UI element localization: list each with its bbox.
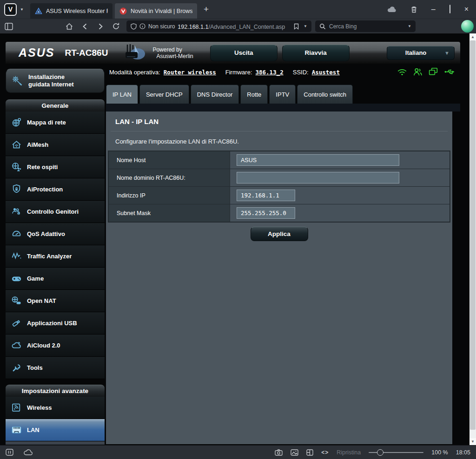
sidebar-item-aicloud[interactable]: AiCloud 2.0 <box>6 334 105 357</box>
statusbar-panel-icon[interactable] <box>6 449 13 456</box>
router-admin-page: ASUS RT-AC86U Powered by Asuswrt-Merlin … <box>0 33 469 445</box>
tab-dns-director[interactable]: DNS Director <box>191 85 239 104</box>
address-bar[interactable]: Non sicuro 192.168.1.1/Advanced_LAN_Cont… <box>126 20 311 32</box>
vivaldi-menu-button[interactable]: V <box>4 3 17 16</box>
vivaldi-menu-caret-icon[interactable]: ▼ <box>20 7 24 12</box>
sidebar-item-lan[interactable]: LAN <box>6 419 105 441</box>
forward-icon[interactable] <box>97 23 104 30</box>
language-dropdown[interactable]: Italiano ▼ <box>387 46 455 60</box>
minimize-button[interactable]: – <box>431 5 436 13</box>
browser-tab-vivaldi[interactable]: Novità in Vivaldi | Browser V <box>115 3 197 19</box>
scrollbar-thumb[interactable] <box>470 40 476 430</box>
reload-icon[interactable] <box>112 22 120 30</box>
tab-iptv[interactable]: IPTV <box>269 85 296 104</box>
usb-status-icon[interactable] <box>443 67 456 76</box>
logout-button[interactable]: Uscita <box>210 45 278 61</box>
browser-navbar: Non sicuro 192.168.1.1/Advanced_LAN_Cont… <box>0 19 476 33</box>
maximize-button[interactable] <box>450 5 450 13</box>
back-icon[interactable] <box>81 23 89 30</box>
panel-toggle-icon[interactable] <box>5 23 13 30</box>
sidebar-item-adaptive-qos[interactable]: QoS Adattivo <box>6 223 105 245</box>
home-icon[interactable] <box>65 22 73 31</box>
ssid-label: SSID: <box>293 69 309 76</box>
trash-icon[interactable] <box>410 6 417 13</box>
reboot-button[interactable]: Riavvia <box>282 45 350 61</box>
tab-controllo-switch[interactable]: Controllo switch <box>297 85 353 104</box>
lan-settings-table: Nome Host Nome dominio RT-AC86U: Indiriz… <box>108 151 450 223</box>
apply-button[interactable]: Applica <box>251 227 308 241</box>
title-divider <box>111 131 448 131</box>
hostname-input[interactable] <box>237 154 399 166</box>
info-icon[interactable] <box>139 23 145 29</box>
tab-server-dhcp[interactable]: Server DHCP <box>139 85 189 104</box>
network-map-icon <box>6 117 27 128</box>
mode-value-link[interactable]: Router wireless <box>164 69 216 76</box>
sidebar-item-aimesh[interactable]: AiMesh <box>6 134 105 156</box>
tab-rotte[interactable]: Rotte <box>240 85 268 104</box>
ssid-value-link[interactable]: Asustest <box>312 69 340 76</box>
sidebar-item-tools[interactable]: Tools <box>6 357 105 379</box>
sidebar-item-guest-network[interactable]: Rete ospiti <box>6 156 105 178</box>
tab-ip-lan[interactable]: IP LAN <box>106 85 138 104</box>
wifi-status-icon[interactable] <box>397 67 408 76</box>
sidebar-item-wireless[interactable]: Wireless <box>6 397 105 419</box>
sidebar-item-network-map[interactable]: Mappa di rete <box>6 111 105 134</box>
sidebar-item-aiprotection[interactable]: AiProtection <box>6 178 105 201</box>
shield-icon[interactable] <box>131 23 137 30</box>
sync-cloud-icon[interactable] <box>387 6 397 13</box>
scroll-down-arrow-icon[interactable]: ▼ <box>469 438 476 445</box>
clients-status-icon[interactable] <box>412 67 423 76</box>
traffic-analyzer-icon <box>6 250 27 262</box>
asus-favicon <box>35 7 42 15</box>
domain-name-input[interactable] <box>237 172 399 184</box>
tools-icon <box>6 362 27 374</box>
sidebar-item-game[interactable]: Game <box>6 268 105 290</box>
sidebar-item-open-nat[interactable]: Open NAT <box>6 290 105 312</box>
close-button[interactable]: × <box>464 5 469 13</box>
sidebar-clipped-item <box>6 441 105 445</box>
url-caret-icon[interactable]: ▼ <box>304 24 307 28</box>
router-infobar: Modalità operativa: Router wireless Firm… <box>109 69 340 76</box>
router-status-icons <box>397 67 456 76</box>
zoom-slider-knob[interactable] <box>377 449 383 456</box>
parental-controls-icon <box>6 206 27 217</box>
vivaldi-favicon <box>119 7 127 15</box>
search-field[interactable]: Cerca Bing ▼ <box>315 20 416 32</box>
capture-page-icon[interactable] <box>275 449 283 456</box>
tab-tiling-icon[interactable] <box>306 449 313 456</box>
browser-tab-asus[interactable]: ASUS Wireless Router RT-A <box>30 3 112 19</box>
statusbar-cloud-icon[interactable] <box>24 449 33 455</box>
new-tab-button[interactable]: + <box>204 4 209 14</box>
zoom-slider[interactable] <box>369 449 423 456</box>
firmware-label: Firmware: <box>225 69 252 76</box>
aiprotection-icon <box>6 184 27 195</box>
not-secure-label: Non sicuro <box>148 23 175 30</box>
sidebar-item-usb-applications[interactable]: Applicazioni USB <box>6 312 105 334</box>
quick-setup-label: Installazione guidata Internet <box>28 73 74 88</box>
language-caret-icon: ▼ <box>444 50 450 56</box>
ip-address-input[interactable] <box>237 190 295 201</box>
sidebar-item-parental-controls[interactable]: Controllo Genitori <box>6 201 105 223</box>
page-actions-image-icon[interactable] <box>291 449 298 456</box>
tab-band <box>106 104 460 111</box>
general-section-header: Generale <box>6 99 105 111</box>
aimesh-icon <box>6 139 27 151</box>
sidebar-item-traffic-analyzer[interactable]: Traffic Analyzer <box>6 245 105 268</box>
quick-setup-button[interactable]: Installazione guidata Internet <box>6 69 105 93</box>
hostname-label: Nome Host <box>109 151 230 169</box>
bookmark-icon[interactable] <box>294 23 299 30</box>
firmware-value-link[interactable]: 386.13_2 <box>256 69 284 76</box>
scroll-up-arrow-icon[interactable]: ▲ <box>469 33 476 40</box>
search-caret-icon[interactable]: ▼ <box>408 24 411 28</box>
zoom-reset-label[interactable]: Ripristina <box>337 449 361 456</box>
page-source-icon[interactable]: <> <box>321 449 329 456</box>
advanced-section-header: Impostazioni avanzate <box>6 385 105 397</box>
router-tab-bar: IP LAN Server DHCP DNS Director Rotte IP… <box>106 85 353 104</box>
vertical-scrollbar[interactable]: ▲ ▼ <box>469 33 476 445</box>
network-devices-icon[interactable] <box>428 67 439 76</box>
page-title: LAN - IP LAN <box>115 118 159 125</box>
profile-avatar[interactable] <box>461 20 474 33</box>
domain-name-label: Nome dominio RT-AC86U: <box>109 169 230 186</box>
game-icon <box>6 273 27 284</box>
subnet-mask-input[interactable] <box>237 207 295 219</box>
